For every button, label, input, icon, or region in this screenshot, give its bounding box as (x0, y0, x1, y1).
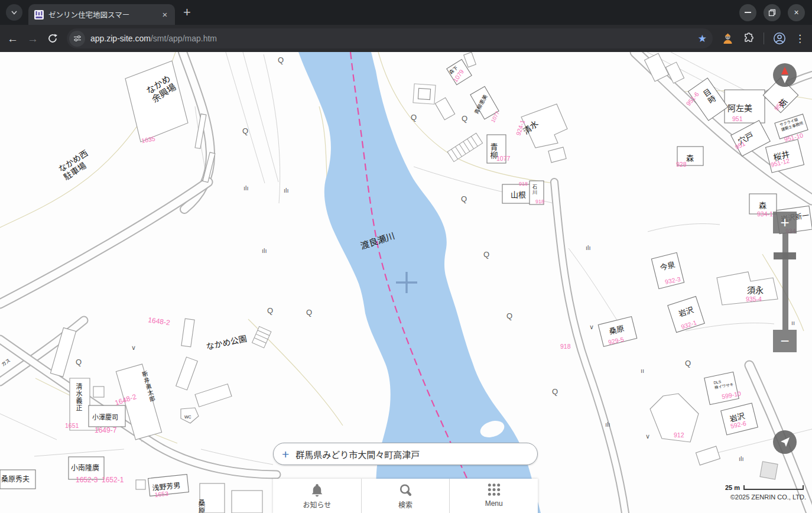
grass-symbol: ılı (605, 421, 610, 428)
browser-menu-kebab-icon[interactable]: ⋮ (795, 33, 805, 45)
map-label: 青柳 (489, 143, 498, 160)
map-label: 森 (686, 154, 694, 163)
notifications-button[interactable]: お知らせ (273, 479, 362, 513)
reload-button[interactable] (47, 33, 58, 44)
tree-symbol: Q (76, 358, 82, 366)
grass-symbol: ılı (243, 184, 249, 191)
address-search-bar[interactable]: + 群馬県みどり市大間々町高津戸 (273, 443, 538, 465)
tune-icon (73, 34, 82, 43)
lot-number: 951 (732, 115, 743, 122)
search-button[interactable]: 検索 (362, 479, 450, 513)
map-label: 山根 (511, 190, 526, 199)
browser-toolbar: ← → app.zip-site.com/smt/app/map.htm ★ ⋮ (0, 25, 812, 52)
tree-symbol: Q (506, 311, 512, 320)
search-address-text[interactable]: 群馬県みどり市大間々町高津戸 (295, 448, 420, 460)
bookmark-star-icon[interactable]: ★ (698, 33, 707, 45)
grass-symbol: ıı (641, 367, 644, 374)
lot-number: 935-4 (746, 296, 762, 303)
lot-number: 918 (535, 199, 544, 204)
close-window-button[interactable]: × (788, 4, 805, 21)
tree-symbol: Q (267, 306, 273, 315)
grass-symbol: ılı (262, 247, 267, 254)
grass-symbol: ılı (586, 244, 591, 251)
map-label: 小南隆廣 (71, 463, 99, 472)
tree-symbol: Q (242, 126, 248, 135)
url-host: app.zip-site.com (90, 34, 151, 43)
tree-symbol: Q (306, 308, 312, 317)
compass-needle-icon (778, 66, 791, 84)
lot-number: 918 (560, 343, 571, 350)
lot-number: 928 (676, 161, 687, 168)
grass-symbol: ıı (791, 319, 795, 326)
toolbar-divider (764, 33, 764, 44)
restore-icon (768, 9, 776, 17)
browser-tab-strip: ゼンリン住宅地図スマー × + × (0, 0, 812, 25)
zoom-slider-track[interactable] (782, 233, 788, 330)
map-label: 石川 (532, 184, 537, 195)
grid-menu-icon (486, 483, 502, 498)
notifications-label: お知らせ (303, 499, 331, 509)
restore-button[interactable] (764, 4, 781, 21)
search-label: 検索 (398, 499, 413, 509)
lot-number: 912 (674, 431, 684, 439)
extensions-puzzle-icon[interactable] (743, 33, 755, 44)
compass-button[interactable] (773, 63, 797, 87)
menu-button[interactable]: Menu (450, 479, 538, 513)
minimize-button[interactable] (739, 4, 756, 21)
new-tab-button[interactable]: + (183, 5, 191, 20)
lot-number: 918 (519, 181, 528, 187)
back-button[interactable]: ← (7, 33, 18, 44)
grass-symbol: ılı (739, 455, 744, 462)
browser-tab[interactable]: ゼンリン住宅地図スマー × (28, 4, 175, 25)
search-icon (398, 483, 413, 498)
navigation-arrow-icon (778, 436, 791, 449)
app-bottom-toolbar: お知らせ 検索 Menu (273, 479, 538, 513)
bell-icon (309, 483, 325, 498)
extension-avatar-icon[interactable] (722, 33, 734, 45)
url-text[interactable]: app.zip-site.com/smt/app/map.htm (90, 34, 217, 43)
map-label: 阿左美 (727, 103, 752, 113)
tree-symbol: Q (278, 56, 284, 64)
locate-me-button[interactable] (773, 430, 797, 454)
menu-label: Menu (485, 499, 503, 508)
map-label: 須永 (747, 285, 764, 295)
chevron-symbol: ∨ (589, 323, 594, 330)
chevron-down-icon (10, 8, 18, 17)
add-location-icon: + (282, 448, 289, 460)
tab-title: ゼンリン住宅地図スマー (48, 9, 155, 20)
map-label: 桑原 (197, 499, 205, 513)
chevron-symbol: ∨ (131, 344, 136, 351)
site-info-button[interactable] (69, 31, 85, 47)
minimize-icon (745, 12, 751, 13)
window-controls: × (739, 4, 805, 21)
zoom-slider-handle[interactable] (774, 252, 796, 259)
map-label: WC (184, 415, 191, 419)
map-viewport[interactable]: QQQQQQQQQQQQ∨∨∨ılıılıılıılıılıılııııı 16… (0, 52, 812, 513)
map-label: 清水義正 (75, 383, 83, 411)
map-scale-label: 25 m (720, 484, 740, 491)
lot-number: 1651 (65, 422, 79, 429)
tree-symbol: Q (462, 114, 467, 123)
map-copyright: ©2025 ZENRIN CO., LTD. (730, 493, 806, 501)
tree-symbol: Q (685, 359, 691, 368)
url-path: /smt/app/map.htm (151, 34, 217, 43)
map-scale-bar (743, 485, 804, 490)
profile-icon[interactable] (773, 32, 786, 45)
chevron-symbol: ∨ (645, 433, 650, 440)
omnibox[interactable]: app.zip-site.com/smt/app/map.htm ★ (67, 28, 713, 48)
map-label: 桑原秀夫 (1, 475, 30, 483)
lot-number: 1077 (496, 155, 511, 162)
zoom-out-button[interactable]: − (773, 330, 797, 352)
tree-symbol: Q (411, 113, 417, 122)
tab-close-icon[interactable]: × (160, 9, 170, 20)
forward-button[interactable]: → (27, 33, 38, 44)
map-label: 小澤慶司 (92, 413, 118, 421)
lot-number: 1652-1 (102, 476, 124, 484)
lot-number: 934-1 (757, 210, 773, 217)
zoom-in-button[interactable]: + (773, 212, 797, 233)
lot-number: 1649-7 (95, 426, 117, 434)
grass-symbol: ılı (284, 187, 289, 194)
lot-number: 1652-3 (76, 476, 98, 484)
tab-search-button[interactable] (6, 4, 22, 21)
tree-symbol: Q (552, 387, 558, 396)
